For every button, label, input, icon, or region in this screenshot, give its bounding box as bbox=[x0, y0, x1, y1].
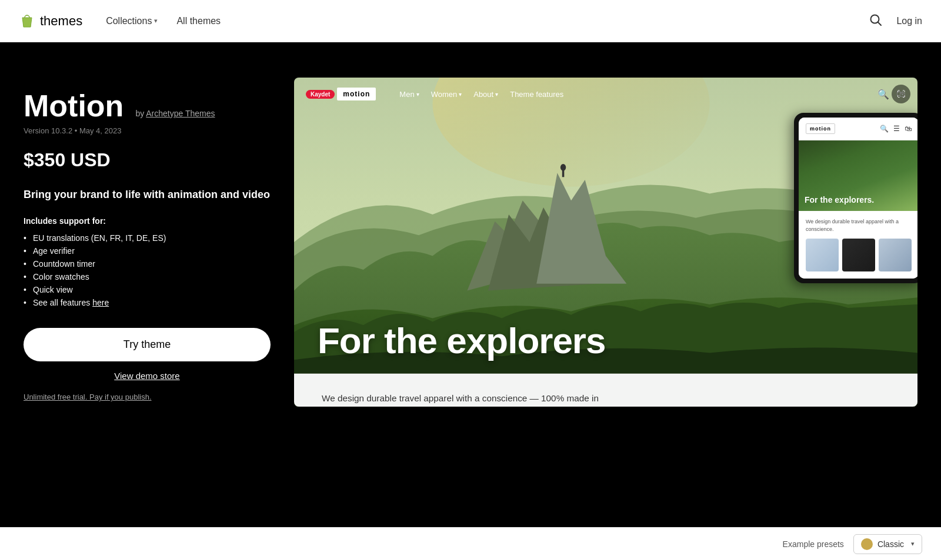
header-actions: Log in bbox=[867, 11, 922, 31]
mobile-brand-logo: motion bbox=[806, 123, 835, 134]
example-presets-label: Example presets bbox=[783, 539, 844, 548]
free-trial-text: Unlimited free trial. Pay if you publish… bbox=[24, 393, 271, 401]
fullscreen-icon[interactable]: ⛶ bbox=[892, 85, 910, 103]
preset-color-dot bbox=[861, 538, 873, 548]
list-item: Countdown timer bbox=[24, 257, 271, 270]
preview-nav: Kaydet motion Men ▾ Women ▾ Abo bbox=[294, 78, 917, 110]
mobile-search-icon: 🔍 bbox=[880, 125, 889, 133]
mobile-products bbox=[806, 239, 912, 271]
theme-author: by Archetype Themes bbox=[135, 109, 215, 118]
mobile-cart-icon: 🛍 bbox=[905, 125, 912, 133]
try-theme-button[interactable]: Try theme bbox=[24, 328, 271, 361]
all-features-link[interactable]: here bbox=[92, 298, 109, 307]
mobile-menu-icon: ☰ bbox=[893, 125, 900, 133]
list-item: Age verifier bbox=[24, 244, 271, 257]
brand-logo: motion bbox=[337, 88, 376, 100]
list-item: Quick view bbox=[24, 283, 271, 296]
list-item: EU translations (EN, FR, IT, DE, ES) bbox=[24, 232, 271, 244]
shopify-bag-icon bbox=[19, 13, 35, 29]
mobile-screen: motion 🔍 ☰ 🛍 For the explorers. We desig… bbox=[799, 118, 917, 279]
mobile-nav: motion 🔍 ☰ 🛍 bbox=[799, 118, 917, 140]
preset-selector[interactable]: Classic ▾ bbox=[853, 534, 922, 548]
mobile-product-2 bbox=[842, 239, 875, 271]
preview-nav-women: Women ▾ bbox=[431, 90, 462, 99]
list-item: Color swatches bbox=[24, 270, 271, 283]
main-nav: Collections ▾ All themes bbox=[106, 16, 867, 26]
mobile-preview: motion 🔍 ☰ 🛍 For the explorers. We desig… bbox=[794, 113, 917, 283]
preset-chevron-icon: ▾ bbox=[911, 540, 915, 548]
preset-label: Classic bbox=[877, 539, 904, 548]
mobile-hero: For the explorers. bbox=[799, 140, 917, 211]
theme-version: Version 10.3.2 • May 4, 2023 bbox=[24, 126, 271, 135]
theme-title-row: Motion by Archetype Themes bbox=[24, 89, 271, 123]
includes-label: Includes support for: bbox=[24, 216, 271, 226]
mobile-body: We design durable travel apparel with a … bbox=[799, 211, 917, 279]
mobile-product-3 bbox=[879, 239, 912, 271]
main-section: Motion by Archetype Themes Version 10.3.… bbox=[0, 42, 941, 548]
theme-title: Motion bbox=[24, 89, 124, 123]
theme-price: $350 USD bbox=[24, 149, 271, 171]
bottom-bar: Example presets Classic ▾ bbox=[0, 527, 941, 548]
collections-label: Collections bbox=[106, 16, 152, 26]
logo-text: themes bbox=[40, 14, 82, 29]
preview-nav-about: About ▾ bbox=[473, 90, 498, 99]
collections-chevron-icon: ▾ bbox=[154, 17, 158, 25]
search-icon bbox=[869, 14, 882, 26]
collections-nav-item[interactable]: Collections ▾ bbox=[106, 16, 158, 26]
preview-search-icon: 🔍 bbox=[877, 89, 889, 100]
svg-line-1 bbox=[878, 22, 882, 26]
preview-nav-features: Theme features bbox=[510, 90, 563, 99]
theme-preview-area: We design durable travel apparel with a … bbox=[294, 78, 917, 512]
mobile-nav-icons: 🔍 ☰ 🛍 bbox=[880, 125, 912, 133]
features-list: EU translations (EN, FR, IT, DE, ES) Age… bbox=[24, 232, 271, 309]
all-themes-label: All themes bbox=[176, 16, 221, 26]
theme-info-panel: Motion by Archetype Themes Version 10.3.… bbox=[24, 78, 271, 512]
mobile-body-text: We design durable travel apparel with a … bbox=[806, 218, 912, 233]
preview-hero-text: For the explorers bbox=[318, 321, 605, 360]
header: themes Collections ▾ All themes Log in bbox=[0, 0, 941, 42]
mobile-product-1 bbox=[806, 239, 839, 271]
svg-point-5 bbox=[560, 164, 566, 171]
search-button[interactable] bbox=[867, 11, 885, 31]
mobile-hero-text: For the explorers. bbox=[805, 195, 874, 205]
view-demo-button[interactable]: View demo store bbox=[24, 371, 271, 381]
login-button[interactable]: Log in bbox=[896, 16, 922, 26]
author-link[interactable]: Archetype Themes bbox=[146, 109, 215, 118]
list-item: See all features here bbox=[24, 296, 271, 309]
svg-text:We design durable travel appar: We design durable travel apparel with a … bbox=[322, 393, 599, 403]
all-themes-nav-item[interactable]: All themes bbox=[176, 16, 221, 26]
preview-nav-links: Men ▾ Women ▾ About ▾ Theme features bbox=[399, 90, 563, 99]
shopify-themes-logo[interactable]: themes bbox=[19, 13, 82, 29]
brand-badge: Kaydet bbox=[306, 90, 335, 99]
theme-tagline: Bring your brand to life with animation … bbox=[24, 187, 271, 202]
preview-brand: Kaydet motion bbox=[306, 88, 376, 100]
preview-nav-men: Men ▾ bbox=[399, 90, 419, 99]
